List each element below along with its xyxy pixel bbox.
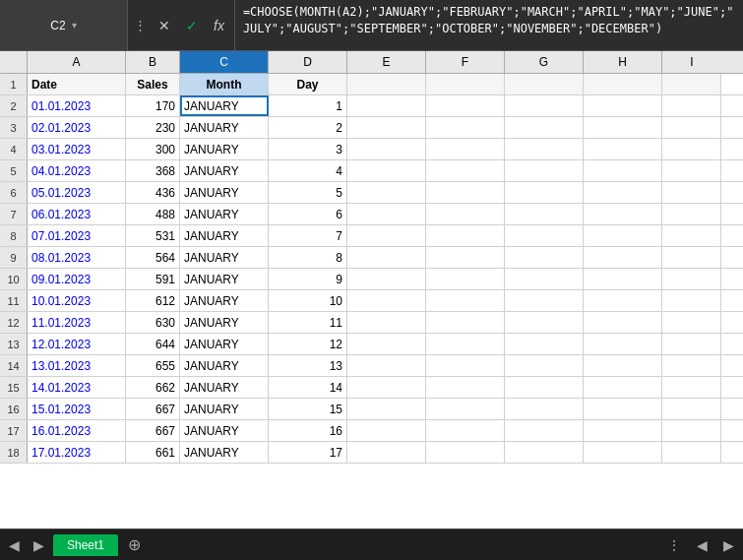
cell-g17[interactable] bbox=[505, 420, 584, 441]
cell-d14[interactable]: 13 bbox=[269, 355, 347, 376]
cell-f14[interactable] bbox=[426, 355, 505, 376]
cell-b12[interactable]: 630 bbox=[126, 312, 180, 333]
cell-b7[interactable]: 488 bbox=[126, 204, 180, 224]
cell-e16[interactable] bbox=[347, 399, 426, 419]
cell-i16[interactable] bbox=[662, 399, 721, 419]
more-tabs-button[interactable]: ⋮ bbox=[662, 535, 686, 555]
cell-c4[interactable]: JANUARY bbox=[180, 139, 269, 159]
cell-h3[interactable] bbox=[584, 117, 662, 138]
cell-g11[interactable] bbox=[505, 290, 584, 311]
cell-i17[interactable] bbox=[662, 420, 721, 441]
cell-e9[interactable] bbox=[347, 247, 426, 268]
cell-b16[interactable]: 667 bbox=[126, 399, 180, 419]
cell-i9[interactable] bbox=[662, 247, 721, 268]
cell-h10[interactable] bbox=[584, 269, 662, 289]
cell-d7[interactable]: 6 bbox=[269, 204, 347, 224]
col-header-f[interactable]: F bbox=[426, 51, 505, 73]
cell-g5[interactable] bbox=[505, 160, 584, 181]
cell-a3[interactable]: 02.01.2023 bbox=[28, 117, 126, 138]
cell-f12[interactable] bbox=[426, 312, 505, 333]
cell-d10[interactable]: 9 bbox=[269, 269, 347, 289]
cell-c2[interactable]: JANUARY bbox=[180, 95, 269, 116]
cell-e11[interactable] bbox=[347, 290, 426, 311]
cell-e1[interactable] bbox=[347, 74, 426, 94]
cell-a1[interactable]: Date bbox=[28, 74, 126, 94]
cell-e4[interactable] bbox=[347, 139, 426, 159]
cell-d4[interactable]: 3 bbox=[269, 139, 347, 159]
cell-h11[interactable] bbox=[584, 290, 662, 311]
cell-h8[interactable] bbox=[584, 225, 662, 246]
cell-b3[interactable]: 230 bbox=[126, 117, 180, 138]
formula-input[interactable] bbox=[235, 0, 743, 50]
scroll-tabs-left-button[interactable]: ◀ bbox=[692, 535, 712, 555]
cell-h18[interactable] bbox=[584, 442, 662, 463]
cell-b2[interactable]: 170 bbox=[126, 95, 180, 116]
cell-f9[interactable] bbox=[426, 247, 505, 268]
cell-e2[interactable] bbox=[347, 95, 426, 116]
cell-g14[interactable] bbox=[505, 355, 584, 376]
cell-c12[interactable]: JANUARY bbox=[180, 312, 269, 333]
cell-e3[interactable] bbox=[347, 117, 426, 138]
cell-h13[interactable] bbox=[584, 334, 662, 354]
cell-h1[interactable] bbox=[584, 74, 662, 94]
cell-a15[interactable]: 14.01.2023 bbox=[28, 377, 126, 398]
cell-i2[interactable] bbox=[662, 95, 721, 116]
cell-f3[interactable] bbox=[426, 117, 505, 138]
cell-f8[interactable] bbox=[426, 225, 505, 246]
cell-c15[interactable]: JANUARY bbox=[180, 377, 269, 398]
dropdown-arrow-icon[interactable]: ▾ bbox=[72, 20, 77, 31]
cell-a16[interactable]: 15.01.2023 bbox=[28, 399, 126, 419]
cell-i4[interactable] bbox=[662, 139, 721, 159]
cell-e18[interactable] bbox=[347, 442, 426, 463]
cell-c14[interactable]: JANUARY bbox=[180, 355, 269, 376]
cell-i8[interactable] bbox=[662, 225, 721, 246]
cell-f2[interactable] bbox=[426, 95, 505, 116]
sheet1-tab[interactable]: Sheet1 bbox=[53, 534, 118, 556]
cell-g2[interactable] bbox=[505, 95, 584, 116]
cell-c5[interactable]: JANUARY bbox=[180, 160, 269, 181]
cell-c1[interactable]: Month bbox=[180, 74, 269, 94]
col-header-d[interactable]: D bbox=[269, 51, 347, 73]
cell-i18[interactable] bbox=[662, 442, 721, 463]
cell-b5[interactable]: 368 bbox=[126, 160, 180, 181]
col-header-b[interactable]: B bbox=[126, 51, 180, 73]
cell-e13[interactable] bbox=[347, 334, 426, 354]
cell-f7[interactable] bbox=[426, 204, 505, 224]
cell-f5[interactable] bbox=[426, 160, 505, 181]
cell-e15[interactable] bbox=[347, 377, 426, 398]
next-sheet-button[interactable]: ▶ bbox=[29, 535, 49, 555]
cell-b17[interactable]: 667 bbox=[126, 420, 180, 441]
cell-d1[interactable]: Day bbox=[269, 74, 347, 94]
cell-h6[interactable] bbox=[584, 182, 662, 203]
col-header-c[interactable]: C bbox=[180, 51, 269, 73]
cell-c11[interactable]: JANUARY bbox=[180, 290, 269, 311]
cell-d9[interactable]: 8 bbox=[269, 247, 347, 268]
cell-b11[interactable]: 612 bbox=[126, 290, 180, 311]
cell-d17[interactable]: 16 bbox=[269, 420, 347, 441]
cell-e14[interactable] bbox=[347, 355, 426, 376]
cancel-formula-button[interactable]: ✕ bbox=[155, 16, 174, 35]
cell-c8[interactable]: JANUARY bbox=[180, 225, 269, 246]
cell-i12[interactable] bbox=[662, 312, 721, 333]
cell-a17[interactable]: 16.01.2023 bbox=[28, 420, 126, 441]
cell-b18[interactable]: 661 bbox=[126, 442, 180, 463]
cell-g13[interactable] bbox=[505, 334, 584, 354]
cell-h4[interactable] bbox=[584, 139, 662, 159]
cell-i1[interactable] bbox=[662, 74, 721, 94]
add-sheet-button[interactable]: ⊕ bbox=[122, 533, 147, 556]
cell-f13[interactable] bbox=[426, 334, 505, 354]
cell-reference-box[interactable]: C2 ▾ bbox=[0, 0, 128, 50]
cell-c16[interactable]: JANUARY bbox=[180, 399, 269, 419]
cell-a5[interactable]: 04.01.2023 bbox=[28, 160, 126, 181]
cell-h17[interactable] bbox=[584, 420, 662, 441]
cell-f11[interactable] bbox=[426, 290, 505, 311]
cell-i14[interactable] bbox=[662, 355, 721, 376]
cell-d18[interactable]: 17 bbox=[269, 442, 347, 463]
cell-a9[interactable]: 08.01.2023 bbox=[28, 247, 126, 268]
cell-b6[interactable]: 436 bbox=[126, 182, 180, 203]
more-options-icon[interactable]: ⋮ bbox=[134, 18, 147, 32]
cell-f10[interactable] bbox=[426, 269, 505, 289]
cell-e12[interactable] bbox=[347, 312, 426, 333]
cell-c18[interactable]: JANUARY bbox=[180, 442, 269, 463]
cell-d2[interactable]: 1 bbox=[269, 95, 347, 116]
